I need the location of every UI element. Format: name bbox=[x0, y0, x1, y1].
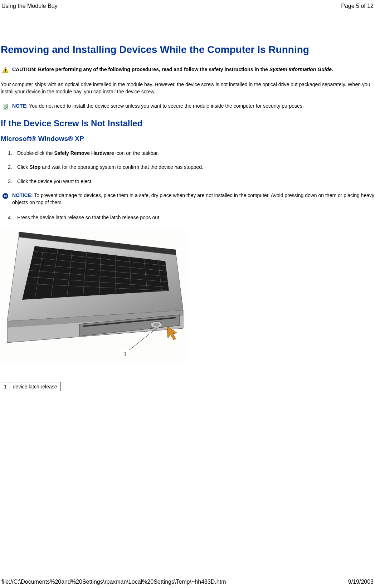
footer-date: 9/19/2003 bbox=[348, 579, 374, 585]
legend-row: 1 device latch release bbox=[1, 382, 60, 391]
main-heading: Removing and Installing Devices While th… bbox=[1, 43, 374, 56]
caution-callout: CAUTION: Before performing any of the fo… bbox=[2, 66, 374, 73]
note-callout: NOTE: You do not need to install the dev… bbox=[2, 103, 374, 110]
note-text: NOTE: You do not need to install the dev… bbox=[12, 103, 304, 110]
caution-label: CAUTION: bbox=[12, 67, 36, 72]
intro-paragraph: Your computer ships with an optical driv… bbox=[1, 81, 374, 95]
svg-rect-1 bbox=[5, 69, 6, 71]
header-page-number: Page 5 of 12 bbox=[341, 3, 374, 9]
step-3: Click the device you want to eject. bbox=[8, 178, 374, 185]
notice-text: NOTICE: To prevent damage to devices, pl… bbox=[12, 192, 374, 206]
sub-heading: If the Device Screw Is Not Installed bbox=[1, 118, 374, 128]
step-2: Click Stop and wait for the operating sy… bbox=[8, 164, 374, 171]
notice-icon bbox=[2, 193, 9, 199]
step-1: Double-click the Safely Remove Hardware … bbox=[8, 150, 374, 157]
steps-list: Double-click the Safely Remove Hardware … bbox=[1, 150, 374, 185]
note-label: NOTE: bbox=[12, 103, 28, 109]
caution-text: CAUTION: Before performing any of the fo… bbox=[12, 66, 333, 73]
note-icon bbox=[2, 103, 9, 110]
svg-point-31 bbox=[153, 323, 160, 327]
steps-list-continued: Press the device latch release so that t… bbox=[1, 214, 374, 221]
page-footer: file://C:\Documents%20and%20Settings\rpa… bbox=[1, 579, 374, 585]
caution-icon bbox=[2, 67, 9, 73]
legend-number: 1 bbox=[1, 382, 10, 391]
legend-text: device latch release bbox=[10, 382, 60, 391]
page-content: Removing and Installing Devices While th… bbox=[0, 43, 375, 391]
svg-rect-2 bbox=[5, 72, 6, 72]
figure-legend-table: 1 device latch release bbox=[1, 382, 60, 391]
notice-label: NOTICE: bbox=[12, 192, 33, 198]
figure-callout-number: 1 bbox=[124, 351, 127, 357]
step-4: Press the device latch release so that t… bbox=[8, 214, 374, 221]
page-header: Using the Module Bay Page 5 of 12 bbox=[0, 0, 375, 9]
notice-callout: NOTICE: To prevent damage to devices, pl… bbox=[2, 192, 374, 206]
footer-path: file://C:\Documents%20and%20Settings\rpa… bbox=[1, 579, 226, 585]
header-title: Using the Module Bay bbox=[1, 3, 58, 9]
laptop-figure: 1 bbox=[1, 228, 187, 364]
os-heading: Microsoft® Windows® XP bbox=[1, 135, 374, 143]
